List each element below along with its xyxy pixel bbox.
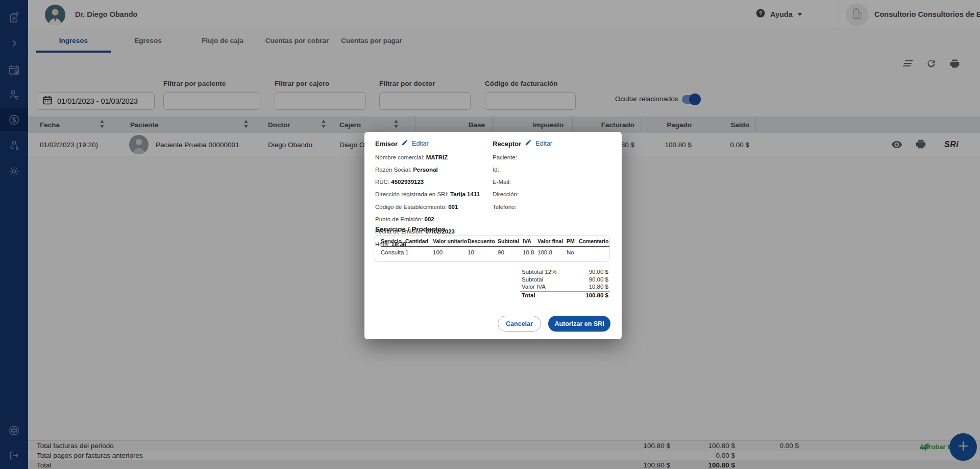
cancel-button[interactable]: Cancelar xyxy=(498,316,541,332)
emisor-edit-link[interactable]: Editar xyxy=(412,140,429,147)
edit-pencil-icon[interactable] xyxy=(401,139,408,148)
authorize-sri-button[interactable]: Autorizar en SRI xyxy=(548,316,610,332)
services-table-header: ServicioCantidadValor unitarioDescuentoS… xyxy=(374,238,609,247)
receptor-title: Receptor xyxy=(493,140,521,148)
services-table: ServicioCantidadValor unitarioDescuentoS… xyxy=(374,235,610,262)
receptor-section: Receptor Editar Paciente: Id: E-Mail: Di… xyxy=(493,139,552,216)
edit-pencil-icon[interactable] xyxy=(525,139,532,148)
valor-iva-row: Valor IVA10.80 $ xyxy=(520,284,610,291)
totals-summary: Subtotal 12%90.00 $ Subtotal90.00 $ Valo… xyxy=(520,269,610,298)
total-row: Total100.80 $ xyxy=(520,291,610,299)
invoice-authorization-dialog: Emisor Editar Nombre comercial: MATRIZ R… xyxy=(364,132,622,339)
modal-actions: Cancelar Autorizar en SRI xyxy=(498,316,610,332)
services-table-row: Consulta1100109010.8100.8No xyxy=(374,247,609,255)
subtotal-12-row: Subtotal 12%90.00 $ xyxy=(520,269,610,276)
receptor-edit-link[interactable]: Editar xyxy=(535,140,552,147)
emisor-title: Emisor xyxy=(375,140,398,148)
app-window: Dr. Diego Obando ? Ayuda Consultorio Con… xyxy=(0,0,980,469)
services-title: Servicios / Productos xyxy=(375,225,446,233)
subtotal-row: Subtotal90.00 $ xyxy=(520,276,610,284)
